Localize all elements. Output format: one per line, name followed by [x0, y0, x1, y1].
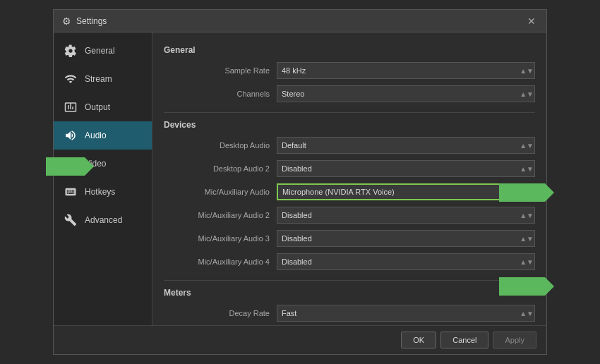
section-meters: Meters Decay Rate Fast Medium Slow ▲▼ — [164, 288, 535, 325]
main-content: General Sample Rate 48 kHz 44.1 kHz ▲▼ — [152, 32, 546, 325]
select-desktop-audio2[interactable]: Disabled — [277, 160, 535, 177]
label-decay-rate: Decay Rate — [164, 309, 277, 317]
sidebar-item-stream[interactable]: Stream — [54, 65, 152, 93]
close-button[interactable]: ✕ — [524, 13, 539, 29]
select-decay-rate[interactable]: Fast Medium Slow — [277, 305, 535, 322]
sidebar-item-hotkeys[interactable]: Hotkeys — [54, 178, 152, 206]
section-header-meters: Meters — [164, 288, 535, 298]
sidebar-label-hotkeys: Hotkeys — [85, 187, 115, 197]
label-channels: Channels — [164, 90, 277, 98]
monitoring-device-arrow — [499, 277, 545, 296]
sidebar-item-advanced[interactable]: Advanced — [54, 206, 152, 234]
label-samplerate: Sample Rate — [164, 66, 277, 75]
sidebar-item-output[interactable]: Output — [54, 93, 152, 121]
ok-button[interactable]: OK — [401, 332, 436, 348]
section-devices: Devices Desktop Audio Default ▲▼ Desktop… — [164, 120, 535, 272]
section-header-devices: Devices — [164, 120, 535, 130]
select-mic-audio4-wrapper: Disabled ▲▼ — [277, 253, 535, 270]
select-mic-audio2[interactable]: Disabled — [277, 207, 535, 224]
form-row-decay-rate: Decay Rate Fast Medium Slow ▲▼ — [164, 303, 535, 323]
sidebar-arrow — [46, 157, 85, 176]
form-row-channels: Channels Stereo Mono ▲▼ — [164, 84, 535, 104]
select-mic-audio2-wrapper: Disabled ▲▼ — [277, 207, 535, 224]
select-mic-audio4[interactable]: Disabled — [277, 253, 535, 270]
label-desktop-audio: Desktop Audio — [164, 141, 277, 150]
sidebar-item-general[interactable]: General — [54, 37, 152, 65]
dialog-body: General Stream Output — [54, 32, 546, 325]
section-header-general: General — [164, 45, 535, 55]
sidebar-item-audio[interactable]: Audio — [54, 121, 152, 150]
advanced-icon — [64, 213, 78, 227]
cancel-button[interactable]: Cancel — [440, 332, 488, 348]
hotkeys-icon — [64, 185, 78, 199]
sidebar-label-advanced: Advanced — [85, 215, 122, 225]
select-mic-audio[interactable]: Microphone (NVIDIA RTX Voice) — [277, 183, 535, 200]
dialog-icon: ⚙ — [61, 16, 72, 27]
select-desktop-audio[interactable]: Default — [277, 137, 535, 154]
form-row-mic-audio3: Mic/Auxiliary Audio 3 Disabled ▲▼ — [164, 229, 535, 248]
select-samplerate[interactable]: 48 kHz 44.1 kHz — [277, 62, 535, 79]
form-row-samplerate: Sample Rate 48 kHz 44.1 kHz ▲▼ — [164, 61, 535, 80]
output-icon — [64, 100, 78, 114]
label-desktop-audio2: Desktop Audio 2 — [164, 164, 277, 173]
sidebar-label-output: Output — [85, 102, 110, 112]
label-mic-audio2: Mic/Auxiliary Audio 2 — [164, 211, 277, 219]
sidebar-label-stream: Stream — [85, 74, 112, 84]
select-samplerate-wrapper: 48 kHz 44.1 kHz ▲▼ — [277, 62, 535, 79]
select-mic-audio3-wrapper: Disabled ▲▼ — [277, 230, 535, 247]
form-row-desktop-audio2: Desktop Audio 2 Disabled ▲▼ — [164, 159, 535, 178]
form-row-mic-audio4: Mic/Auxiliary Audio 4 Disabled ▲▼ — [164, 252, 535, 272]
label-mic-audio: Mic/Auxiliary Audio — [164, 188, 277, 196]
sidebar-label-audio: Audio — [85, 131, 107, 140]
label-mic-audio4: Mic/Auxiliary Audio 4 — [164, 257, 277, 266]
select-desktop-audio-wrapper: Default ▲▼ — [277, 137, 535, 154]
form-row-mic-audio2: Mic/Auxiliary Audio 2 Disabled ▲▼ — [164, 205, 535, 225]
form-row-mic-audio: Mic/Auxiliary Audio Microphone (NVIDIA R… — [164, 182, 535, 202]
select-channels[interactable]: Stereo Mono — [277, 85, 535, 102]
sidebar-label-general: General — [85, 46, 115, 56]
select-decay-wrapper: Fast Medium Slow ▲▼ — [277, 305, 535, 322]
select-mic-audio-wrapper: Microphone (NVIDIA RTX Voice) ▲▼ — [277, 183, 535, 200]
sidebar: General Stream Output — [54, 32, 152, 325]
settings-dialog: ⚙ Settings ✕ General Stream — [53, 9, 547, 355]
dialog-title: Settings — [76, 16, 524, 26]
title-bar: ⚙ Settings ✕ — [54, 10, 546, 32]
dialog-footer: OK Cancel Apply — [54, 325, 546, 354]
apply-button[interactable]: Apply — [493, 332, 536, 348]
form-row-desktop-audio: Desktop Audio Default ▲▼ — [164, 135, 535, 155]
select-channels-wrapper: Stereo Mono ▲▼ — [277, 85, 535, 102]
gear-icon — [64, 44, 78, 58]
mic-audio-arrow — [499, 183, 545, 202]
stream-icon — [64, 72, 78, 86]
audio-icon — [64, 128, 78, 142]
section-general: General Sample Rate 48 kHz 44.1 kHz ▲▼ — [164, 45, 535, 104]
select-mic-audio3[interactable]: Disabled — [277, 230, 535, 247]
select-desktop-audio2-wrapper: Disabled ▲▼ — [277, 160, 535, 177]
label-mic-audio3: Mic/Auxiliary Audio 3 — [164, 234, 277, 243]
